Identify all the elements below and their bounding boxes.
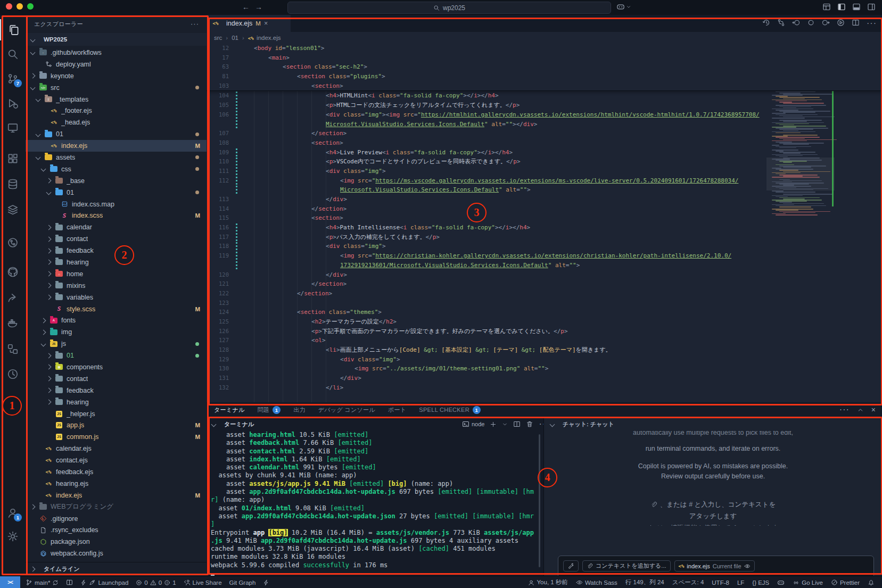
panel-tab-ターミナル[interactable]: ターミナル [214, 406, 245, 414]
code-line-130[interactable]: 130<img src="../assets/img/01/theme-sett… [207, 364, 882, 374]
tree-folder-WEB[interactable]: WEBプログラミング [26, 501, 207, 513]
tree-file-index.scss[interactable]: Sindex.scssM [26, 210, 207, 221]
timeline-icon[interactable] [762, 19, 770, 29]
customize-layout-icon[interactable] [822, 3, 831, 13]
code-line-128[interactable]: 128<li>画面上部メニューから[Code] &gt; [基本設定] &gt;… [207, 345, 882, 355]
toggle-panel-icon[interactable] [852, 3, 861, 13]
copilot-menu-button[interactable] [616, 3, 631, 11]
tree-file-common.js[interactable]: JScommon.jsM [26, 431, 207, 443]
maximize-window-button[interactable] [27, 3, 34, 10]
split-terminal-icon[interactable] [513, 420, 521, 428]
split-editor-icon[interactable] [852, 19, 860, 29]
more-actions-icon[interactable]: ··· [867, 19, 877, 28]
code-line-119[interactable]: 119<img src="https://christian-kohler.ga… [207, 251, 882, 261]
status-launchpad[interactable]: Launchpad [80, 579, 128, 586]
tree-folder-home[interactable]: ⌂home [26, 268, 207, 280]
status-workspace[interactable] [66, 579, 73, 586]
activity-item-search[interactable] [0, 44, 26, 65]
tree-file-.rsync_excludes[interactable]: .rsync_excludes [26, 525, 207, 536]
activity-item-github[interactable] [0, 261, 26, 283]
activity-item-docker[interactable] [0, 312, 26, 333]
status-language-mode[interactable]: {} EJS [752, 579, 769, 586]
run-preview-icon[interactable] [837, 19, 845, 29]
tree-folder-contact[interactable]: contact [26, 233, 207, 245]
breadcrumb[interactable]: src›01›<% index.ejs [207, 32, 882, 44]
status-watch-sass[interactable]: Watch Sass [576, 579, 617, 586]
tree-file-index.css.map[interactable]: index.css.map [26, 198, 207, 210]
activity-item-extensions[interactable] [0, 148, 26, 169]
git-compare-icon[interactable] [777, 19, 785, 29]
tree-folder-_templates[interactable]: ≡_templates [26, 94, 207, 105]
tree-folder-hearing[interactable]: hearing [26, 396, 207, 408]
tree-file-app.js[interactable]: JSapp.jsM [26, 420, 207, 432]
activity-item-run-debug[interactable] [0, 93, 26, 114]
sticky-line-63[interactable]: 63<section class="sec-h2"> [207, 62, 882, 72]
status-copilot[interactable] [777, 579, 785, 586]
explorer-more-actions-icon[interactable]: ··· [191, 20, 199, 28]
tree-folder-contact[interactable]: contact [26, 373, 207, 385]
tree-folder-feedback[interactable]: feedback [26, 385, 207, 396]
command-center-search[interactable]: wp2025 [287, 2, 611, 14]
status-branch[interactable]: main* [26, 579, 59, 586]
code-line-125[interactable]: 125<h2>テーマカラーの設定</h2> [207, 317, 882, 327]
tree-folder-fonts[interactable]: Afonts [26, 314, 207, 326]
tree-file-_helper.js[interactable]: JS_helper.js [26, 408, 207, 420]
toggle-primary-sidebar-icon[interactable] [837, 3, 846, 13]
code-line-132[interactable]: 132</li> [207, 383, 882, 393]
tree-file-package.json[interactable]: package.json [26, 536, 207, 548]
panel-tab-デバッグ コンソール[interactable]: デバッグ コンソール [318, 406, 375, 414]
sticky-line-103[interactable]: 103<section> [207, 81, 882, 91]
activity-item-timeline-clock[interactable] [0, 363, 26, 385]
activity-item-source-control[interactable]: 7 [0, 68, 26, 89]
panel-more-actions-icon[interactable]: ··· [839, 405, 850, 415]
tab-index-ejs[interactable]: <% index.ejs M × [207, 15, 291, 32]
code-line-122[interactable]: 122</section> [207, 289, 882, 299]
navigate-back-icon[interactable]: ← [242, 3, 250, 11]
tree-file-contact.ejs[interactable]: <%contact.ejs [26, 454, 207, 466]
attached-file-pill[interactable]: <% index.ejs Current file [674, 560, 755, 572]
close-panel-icon[interactable]: × [871, 405, 876, 414]
tree-folder-js[interactable]: JSjs [26, 338, 207, 350]
chat-input-box[interactable]: コンテキストを追加する... <% index.ejs Current file… [558, 556, 874, 576]
code-line-120[interactable]: 120</div> [207, 270, 882, 280]
sticky-line-12[interactable]: 12<body id="lesson01"> [207, 44, 882, 53]
chat-tools-button[interactable] [563, 560, 579, 572]
activity-item-settings[interactable] [0, 526, 26, 547]
new-terminal-icon[interactable] [490, 421, 497, 428]
navigate-forward-icon[interactable]: → [255, 3, 262, 11]
tree-file-calendar.ejs[interactable]: <%calendar.ejs [26, 443, 207, 454]
tree-file-index.ejs[interactable]: <%index.ejsM [26, 490, 207, 501]
tree-folder-assets[interactable]: assets [26, 152, 207, 163]
tree-file-index.ejs[interactable]: <%index.ejsM [26, 140, 207, 152]
tree-folder-01[interactable]: 01 [26, 187, 207, 198]
tree-folder-.githubworkflows[interactable]: ·.github/workflows [26, 47, 207, 59]
add-context-button[interactable]: コンテキストを追加する... [582, 560, 671, 572]
tree-file-_head.ejs[interactable]: <%_head.ejs [26, 117, 207, 128]
code-line-124[interactable]: 124<section class="themes"> [207, 308, 882, 317]
explorer-root-folder[interactable]: WP2025 [26, 33, 207, 46]
sticky-line-81[interactable]: 81<section class="plugins"> [207, 72, 882, 81]
next-change-icon[interactable] [822, 19, 830, 29]
chat-section-header[interactable]: チャット: チャット [544, 417, 882, 431]
tree-file-hearing.ejs[interactable]: <%hearing.ejs [26, 478, 207, 490]
status-notifications[interactable] [868, 579, 875, 586]
terminal-scrollbar[interactable] [539, 434, 540, 567]
tree-file-.gitignore[interactable]: .gitignore [26, 513, 207, 525]
activity-item-live-share[interactable] [0, 287, 26, 308]
terminal-profile[interactable]: node [462, 420, 484, 428]
close-window-button[interactable] [6, 3, 12, 10]
breadcrumb-item-index.ejs[interactable]: <% index.ejs [248, 35, 281, 41]
activity-item-remote-explorer[interactable] [0, 117, 26, 138]
tree-folder-keynote[interactable]: keynote [26, 70, 207, 82]
toggle-secondary-sidebar-icon[interactable] [867, 3, 876, 13]
tree-file-webpack.config.js[interactable]: webpack.config.js [26, 548, 207, 559]
activity-item-symbols[interactable] [0, 338, 26, 360]
minimize-window-button[interactable] [17, 3, 23, 10]
status-prettier[interactable]: Prettier [831, 579, 860, 586]
code-line-131[interactable]: 131</div> [207, 374, 882, 383]
tree-folder-css[interactable]: css [26, 163, 207, 175]
activity-item-database[interactable] [0, 173, 26, 195]
panel-tab-ポート[interactable]: ポート [388, 406, 406, 414]
tree-folder-_base[interactable]: _base [26, 175, 207, 187]
code-line-129[interactable]: 129<div class="img"> [207, 355, 882, 365]
